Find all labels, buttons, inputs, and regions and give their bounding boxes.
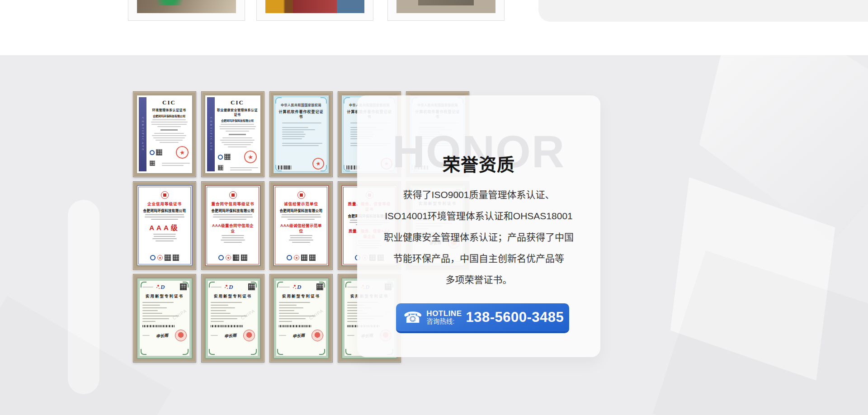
cic-logo-icon [218, 155, 223, 160]
decor [228, 146, 246, 147]
decor [279, 302, 310, 303]
project-photo-card[interactable] [128, 0, 245, 21]
decor [224, 242, 241, 243]
certificate-side-text: CERTIFICATE [209, 117, 213, 152]
decor: ★ [142, 255, 187, 261]
decor [290, 235, 313, 236]
decor [226, 131, 249, 132]
project-photo-card[interactable] [387, 0, 505, 21]
decor [157, 126, 181, 127]
corner-ornament-icon [319, 282, 325, 288]
barcode [211, 325, 243, 327]
decor [279, 318, 306, 319]
honor-description: 获得了ISO9001质量管理体系认证、 ISO14001环境管理体系认证和OHS… [373, 184, 585, 290]
decor [163, 193, 166, 197]
certificate-grade: AAA级诚信经营示范单位 [279, 222, 323, 233]
issuing-authority: 中华人民共和国国家版权局 [278, 103, 325, 107]
corner-ornament-icon [319, 349, 325, 355]
decor [279, 235, 323, 243]
red-seal-icon [175, 330, 187, 341]
corner-ornament-icon [275, 97, 282, 104]
phone-icon: ☎ [403, 310, 422, 325]
decor [229, 134, 246, 135]
certificate-title: 环境管理体系认证证书 [149, 108, 189, 112]
decor [211, 307, 235, 308]
decor [151, 219, 179, 220]
decor [221, 240, 245, 241]
page: CERTIFICATE CIC 环境管理体系认证证书 合肥珂玛环保科技有限公司 … [0, 0, 868, 415]
decor [153, 137, 185, 138]
hotline-number: 138-5600-3485 [466, 309, 564, 325]
decor [160, 142, 178, 143]
decor [282, 127, 308, 128]
decor: CERTIFICATE CIC 环境管理体系认证证书 合肥珂玛环保科技有限公司 … [137, 95, 192, 173]
red-seal-icon: ★ [175, 145, 189, 160]
decor [211, 318, 237, 319]
previous-section-strip [0, 0, 868, 55]
certificate-thumbnail[interactable]: CERTIFICATE CIC 职业健康安全管理体系认证证书 合肥珂玛环保科技有… [201, 91, 264, 177]
certificate-title: 企业信用等级证书 [142, 201, 187, 206]
decor [157, 160, 189, 167]
decor [279, 321, 292, 322]
decor [160, 129, 178, 131]
company-name: 合肥珂玛环保科技有限公司 [149, 114, 189, 118]
decor: ★ [278, 158, 324, 170]
decor [230, 170, 252, 170]
decor [292, 242, 310, 243]
company-name: 合肥珂玛环保科技有限公司 [279, 208, 323, 213]
certificate-side-band: CERTIFICATE [139, 97, 146, 171]
cnipa-logo-icon: D [229, 284, 233, 290]
decor [219, 219, 247, 220]
official-signature: 申长雨 [292, 332, 305, 339]
certificate-side-band: CERTIFICATE [207, 97, 215, 171]
certifier-logo: CIC [149, 99, 189, 106]
decor: CNIPA D 实用新型专利证书 申长雨 [274, 278, 329, 358]
decor: ★ [218, 151, 257, 163]
qr-code [150, 160, 155, 166]
certifier-logo: CIC [217, 99, 258, 106]
decor [279, 313, 299, 314]
certificate-thumbnail[interactable]: CERTIFICATE CIC 环境管理体系认证证书 合肥珂玛环保科技有限公司 … [133, 91, 196, 177]
certificate-thumbnail[interactable]: CNIPA D 实用新型专利证书 申长雨 [269, 274, 333, 363]
decor [151, 122, 188, 123]
credit-emblem-icon [229, 191, 237, 199]
qr-code [309, 255, 316, 261]
certificate-title: 诚信经营示范单位 [279, 201, 323, 206]
decor [222, 235, 245, 236]
corner-ornament-icon [141, 282, 146, 288]
certificate-thumbnail[interactable]: 诚信经营示范单位 合肥珂玛环保科技有限公司 AAA级诚信经营示范单位 ★ [269, 181, 333, 270]
decor: CNIPA D 实用新型专利证书 申长雨 [205, 278, 260, 358]
decor [282, 129, 315, 130]
project-photo-card[interactable] [256, 0, 373, 21]
certificate-title: 实用新型专利证书 [205, 293, 260, 298]
honor-section: CERTIFICATE CIC 环境管理体系认证证书 合肥珂玛环保科技有限公司 … [0, 55, 868, 415]
decor [211, 310, 226, 311]
decor [142, 307, 167, 308]
decor [211, 235, 255, 243]
credit-emblem-icon [297, 191, 305, 199]
hotline-button[interactable]: ☎ HOTLINE 咨询热线: 138-5600-3485 [396, 303, 569, 333]
hotline-labels: HOTLINE 咨询热线: [426, 309, 462, 325]
decor [282, 214, 321, 215]
certificate-thumbnail[interactable]: CNIPA D 实用新型专利证书 申长雨 [133, 274, 196, 363]
corner-ornament-icon [251, 349, 257, 355]
certificate-thumbnail[interactable]: 重合同守信用等级证书 合肥珂玛环保科技有限公司 AAA级重合同守信用企业 ★ [201, 181, 264, 270]
corner-ornament-icon [277, 349, 283, 355]
qr-code [165, 255, 171, 261]
red-seal-icon [311, 330, 323, 341]
decor [288, 219, 315, 220]
corner-ornament-icon [251, 282, 257, 288]
certificate-thumbnail[interactable]: 中华人民共和国国家版权局 计算机软件著作权登记证书 ★ [269, 91, 333, 177]
project-photo [265, 0, 364, 13]
decor [153, 234, 176, 235]
certificate-thumbnail[interactable]: CNIPA D 实用新型专利证书 申长雨 [201, 274, 264, 363]
decor: D [211, 283, 255, 290]
decor [279, 335, 286, 336]
certificate-title: 职业健康安全管理体系认证证书 [217, 108, 258, 117]
red-seal-icon: ★ [243, 150, 258, 164]
certificate-thumbnail[interactable]: 企业信用等级证书 合肥珂玛环保科技有限公司 AAA级 ★ [133, 181, 196, 270]
decor [154, 133, 184, 134]
decor [289, 240, 314, 241]
certificate-grade: AAA级 [142, 222, 187, 232]
honor-card: HONOR 荣誉资质 获得了ISO9001质量管理体系认证、 ISO14001环… [357, 95, 600, 357]
